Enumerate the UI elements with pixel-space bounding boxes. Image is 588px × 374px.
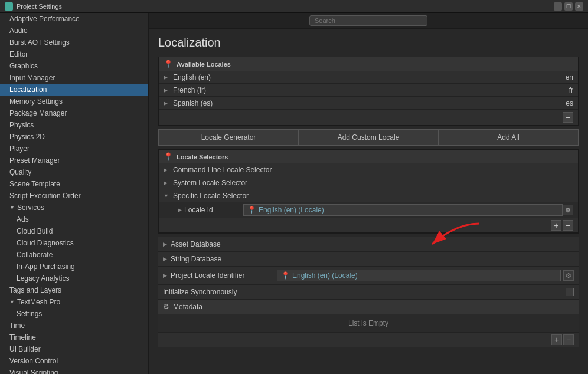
metadata-header[interactable]: ⚙ Metadata xyxy=(158,300,579,314)
sidebar-item-visual-scripting[interactable]: Visual Scripting xyxy=(0,367,148,374)
sync-label: Initialize Synchronously xyxy=(163,288,566,296)
sidebar-item-label: Graphics xyxy=(9,62,38,70)
string-db-label: String Database xyxy=(171,255,221,263)
locale-name: English (en) xyxy=(173,73,538,81)
locale-id-value[interactable]: 📍 English (en) (Locale) xyxy=(243,204,563,216)
locale-selectors-header[interactable]: 📍 Locale Selectors xyxy=(159,150,578,163)
locale-selectors-section: 📍 Locale Selectors ▶ Command Line Locale… xyxy=(158,149,579,234)
locales-list: ▶ English (en) en ▶ French (fr) fr ▶ Spa… xyxy=(159,71,578,110)
sidebar-item-burst-aot-settings[interactable]: Burst AOT Settings xyxy=(0,37,148,48)
add-all-btn[interactable]: Add All xyxy=(439,129,579,146)
sidebar-item-label: Player xyxy=(9,145,30,153)
search-input[interactable] xyxy=(309,15,427,26)
remove-metadata-btn[interactable]: − xyxy=(563,334,574,345)
sidebar-item-label: Quality xyxy=(9,168,31,176)
locale-generator-btn[interactable]: Locale Generator xyxy=(158,129,299,146)
sidebar-item-settings[interactable]: Settings xyxy=(0,308,148,320)
triangle-icon: ▼ xyxy=(9,299,15,305)
sidebar-item-time[interactable]: Time xyxy=(0,320,148,332)
content-area: Localization 📍 Available Locales ▶ Engli… xyxy=(149,13,588,374)
sidebar-item-label: Collaborate xyxy=(17,251,53,259)
locale-name: French (fr) xyxy=(173,86,538,94)
sidebar-item-ads[interactable]: Ads xyxy=(0,214,148,225)
sidebar-item-localization[interactable]: Localization xyxy=(0,84,148,96)
sidebar-item-preset-manager[interactable]: Preset Manager xyxy=(0,155,148,166)
project-locale-value[interactable]: 📍 English (en) (Locale) xyxy=(277,270,561,281)
sidebar-item-physics[interactable]: Physics xyxy=(0,119,148,131)
specific-locale-label: Specific Locale Selector xyxy=(173,192,573,200)
locale-id-text: English (en) (Locale) xyxy=(259,206,324,214)
restore-btn[interactable]: ❐ xyxy=(564,2,573,11)
sidebar-item-in-app-purchasing[interactable]: In-App Purchasing xyxy=(0,261,148,273)
sidebar-item-label: Audio xyxy=(9,27,28,35)
cmd-locale-row[interactable]: ▶ Command Line Locale Selector xyxy=(159,163,578,176)
sidebar-item-player[interactable]: Player xyxy=(0,143,148,155)
sidebar-item-collaborate[interactable]: Collaborate xyxy=(0,249,148,261)
sidebar-item-input-manager[interactable]: Input Manager xyxy=(0,72,148,84)
sidebar-item-tags-and-layers[interactable]: Tags and Layers xyxy=(0,284,148,296)
sidebar-item-label: Tags and Layers xyxy=(9,286,61,294)
sidebar-item-cloud-build[interactable]: Cloud Build xyxy=(0,225,148,237)
project-locale-tri: ▶ xyxy=(163,273,167,278)
available-locales-header[interactable]: 📍 Available Locales xyxy=(159,57,578,71)
sidebar-item-audio[interactable]: Audio xyxy=(0,25,148,37)
remove-locale-btn[interactable]: − xyxy=(563,112,573,123)
specific-locale-row[interactable]: ▼ Specific Locale Selector xyxy=(159,189,578,202)
sidebar-item-label: Visual Scripting xyxy=(9,369,58,374)
sys-locale-row[interactable]: ▶ System Locale Selector xyxy=(159,176,578,189)
locale-id-gear-btn[interactable]: ⚙ xyxy=(563,205,573,215)
locale-id-label: Locale Id xyxy=(184,206,243,214)
locale-name: Spanish (es) xyxy=(173,99,538,107)
add-metadata-btn[interactable]: + xyxy=(551,334,562,345)
sidebar-item-label: Legacy Analytics xyxy=(17,274,69,283)
sidebar-item-editor[interactable]: Editor xyxy=(0,48,148,60)
sidebar-item-quality[interactable]: Quality xyxy=(0,166,148,178)
sidebar-item-cloud-diagnostics[interactable]: Cloud Diagnostics xyxy=(0,237,148,249)
add-custom-locale-btn[interactable]: Add Custom Locale xyxy=(299,129,439,146)
locale-code: en xyxy=(538,73,573,81)
sidebar-item-label: Physics 2D xyxy=(9,133,45,141)
sidebar-item-label: Physics xyxy=(9,121,34,129)
locale-row[interactable]: ▶ English (en) en xyxy=(159,71,578,84)
sidebar-item-label: Script Execution Order xyxy=(9,192,81,200)
project-locale-gear-btn[interactable]: ⚙ xyxy=(563,270,574,281)
sidebar-item-script-execution-order[interactable]: Script Execution Order xyxy=(0,190,148,202)
sidebar-item-scene-template[interactable]: Scene Template xyxy=(0,178,148,190)
sidebar-item-graphics[interactable]: Graphics xyxy=(0,60,148,72)
add-selector-btn[interactable]: + xyxy=(551,220,561,231)
available-locales-label: Available Locales xyxy=(177,61,231,68)
sidebar-item-legacy-analytics[interactable]: Legacy Analytics xyxy=(0,273,148,284)
close-btn[interactable]: ✕ xyxy=(575,2,583,11)
window-title: Project Settings xyxy=(17,3,554,10)
sidebar-item-memory-settings[interactable]: Memory Settings xyxy=(0,96,148,107)
sidebar-item-label: UI Builder xyxy=(9,345,41,353)
sidebar-item-adaptive-performance[interactable]: Adaptive Performance xyxy=(0,13,148,25)
sidebar-item-ui-builder[interactable]: UI Builder xyxy=(0,343,148,355)
sync-checkbox[interactable] xyxy=(566,288,574,296)
sidebar-item-version-control[interactable]: Version Control xyxy=(0,355,148,367)
asset-database-row[interactable]: ▶ Asset Database xyxy=(158,237,579,252)
menu-dots-btn[interactable]: ⋮ xyxy=(554,2,562,11)
sidebar-item-label: Editor xyxy=(9,50,28,58)
locale-selectors-label: Locale Selectors xyxy=(177,153,228,160)
sidebar-item-label: Memory Settings xyxy=(9,97,63,106)
sidebar-item-timeline[interactable]: Timeline xyxy=(0,332,148,343)
sidebar-item-services[interactable]: ▼Services xyxy=(0,202,148,214)
sys-locale-label: System Locale Selector xyxy=(173,179,573,187)
string-database-row[interactable]: ▶ String Database xyxy=(158,252,579,267)
locale-row[interactable]: ▶ French (fr) fr xyxy=(159,84,578,97)
sidebar-item-label: Version Control xyxy=(9,357,58,365)
string-db-tri: ▶ xyxy=(163,256,167,262)
metadata-add-minus-row: + − xyxy=(158,333,579,347)
page-title: Localization xyxy=(158,36,579,50)
sidebar-item-label: Ads xyxy=(17,215,29,224)
sidebar-item-physics-2d[interactable]: Physics 2D xyxy=(0,131,148,143)
metadata-label: Metadata xyxy=(173,303,202,311)
content-inner: Localization 📍 Available Locales ▶ Engli… xyxy=(149,29,588,355)
locale-tri: ▶ xyxy=(164,87,173,93)
sidebar-item-package-manager[interactable]: Package Manager xyxy=(0,107,148,119)
asset-db-tri: ▶ xyxy=(163,241,167,247)
sidebar-item-textmesh-pro[interactable]: ▼TextMesh Pro xyxy=(0,296,148,308)
remove-selector-btn[interactable]: − xyxy=(563,220,573,231)
locale-row[interactable]: ▶ Spanish (es) es xyxy=(159,97,578,110)
